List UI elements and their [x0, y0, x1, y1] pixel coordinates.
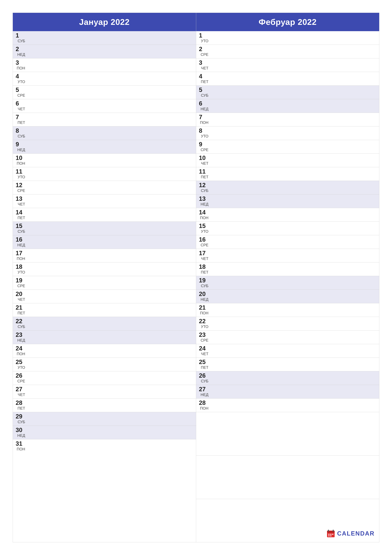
day-number: 5	[16, 87, 25, 93]
day-name: УТО	[201, 229, 208, 234]
day-cell: 1УТО	[199, 32, 208, 43]
day-name: ПОН	[17, 161, 25, 166]
day-number: 23	[199, 332, 208, 338]
day-row: 17ПОН	[13, 249, 196, 263]
day-row: 11УТО	[13, 167, 196, 181]
month-col-january: Јануар 20221СУБ2НЕД3ПОН4УТО5СРЕ6ЧЕТ7ПЕТ8…	[13, 13, 196, 542]
svg-rect-7	[332, 534, 333, 535]
day-cell: 26СРЕ	[16, 372, 25, 383]
day-row: 1УТО	[196, 31, 379, 45]
day-row: 5СУБ	[196, 86, 379, 99]
svg-rect-5	[328, 534, 329, 535]
day-cell: 13НЕД	[199, 196, 208, 206]
day-row: 28ПЕТ	[13, 399, 196, 412]
day-name: СРЕ	[17, 379, 25, 383]
day-name: УТО	[201, 134, 208, 139]
day-row: 11ПЕТ	[196, 167, 379, 181]
day-number: 26	[199, 372, 208, 379]
day-cell: 9НЕД	[16, 141, 25, 152]
day-cell: 7ПОН	[199, 114, 208, 125]
day-cell: 11ПЕТ	[199, 168, 208, 179]
day-number: 5	[199, 87, 208, 93]
day-number: 28	[199, 400, 208, 406]
day-name: ПОН	[17, 447, 25, 451]
day-name: УТО	[201, 39, 208, 43]
day-cell: 8СУБ	[16, 128, 25, 139]
day-row: 29СУБ	[13, 412, 196, 426]
day-number: 10	[199, 155, 208, 161]
day-name: ПОН	[200, 311, 208, 315]
day-row: 31ПОН	[13, 439, 196, 453]
day-name: СРЕ	[17, 284, 25, 288]
day-row: 27ЧЕТ	[13, 385, 196, 399]
day-number: 24	[199, 345, 208, 351]
day-name: СРЕ	[17, 189, 25, 193]
day-cell: 15СУБ	[16, 223, 25, 234]
day-name: СУБ	[18, 229, 25, 234]
day-name: ПЕТ	[18, 406, 25, 410]
day-name: НЕД	[200, 297, 208, 302]
day-row-empty	[196, 455, 379, 499]
day-cell: 22СУБ	[16, 318, 25, 329]
day-cell: 31ПОН	[16, 441, 25, 451]
day-number: 13	[16, 196, 25, 202]
day-row: 25ПЕТ	[196, 358, 379, 371]
day-row: 9НЕД	[13, 140, 196, 154]
day-cell: 26СУБ	[199, 372, 208, 383]
day-number: 29	[16, 413, 25, 419]
month-header-february: Фебруар 2022	[196, 13, 379, 31]
day-row: 17ЧЕТ	[196, 249, 379, 263]
day-cell: 13ЧЕТ	[16, 196, 25, 206]
day-cell: 10ЧЕТ	[199, 155, 208, 166]
day-number: 14	[16, 209, 25, 215]
day-name: ЧЕТ	[18, 202, 25, 206]
day-row: 23НЕД	[13, 330, 196, 344]
day-cell: 29СУБ	[16, 413, 25, 424]
day-number: 22	[199, 318, 208, 324]
logo-text: CALENDAR	[337, 530, 375, 537]
day-number: 12	[16, 182, 25, 188]
day-name: СРЕ	[200, 338, 208, 343]
day-row: 4ПЕТ	[196, 72, 379, 86]
day-row: 21ПЕТ	[13, 303, 196, 317]
day-row: 20НЕД	[196, 290, 379, 303]
day-cell: 1СУБ	[16, 32, 25, 43]
day-cell: 28ПЕТ	[16, 400, 25, 410]
day-cell: 6ЧЕТ	[16, 101, 25, 111]
day-row: 12СРЕ	[13, 181, 196, 194]
day-name: СУБ	[18, 324, 25, 329]
day-row: 13ЧЕТ	[13, 194, 196, 208]
day-cell: 21ПЕТ	[16, 305, 25, 315]
day-number: 3	[199, 60, 208, 66]
day-name: ПЕТ	[18, 120, 25, 125]
day-cell: 10ПОН	[16, 155, 25, 166]
day-name: НЕД	[17, 148, 25, 152]
day-cell: 5СУБ	[199, 87, 208, 98]
day-name: УТО	[18, 80, 25, 84]
day-cell: 25УТО	[16, 359, 25, 370]
day-number: 7	[199, 114, 208, 120]
day-cell: 8УТО	[199, 128, 208, 139]
svg-rect-2	[327, 532, 335, 533]
day-name: НЕД	[17, 338, 25, 343]
day-row: 9СРЕ	[196, 140, 379, 154]
day-number: 3	[16, 60, 25, 66]
day-cell: 5СРЕ	[16, 87, 25, 98]
day-name: СРЕ	[200, 243, 208, 247]
day-number: 25	[199, 359, 208, 365]
day-cell: 3ЧЕТ	[199, 60, 208, 70]
day-cell: 25ПЕТ	[199, 359, 208, 370]
day-name: НЕД	[200, 202, 208, 206]
day-number: 19	[199, 277, 208, 283]
day-row: 6ЧЕТ	[13, 99, 196, 113]
day-name: НЕД	[17, 433, 25, 438]
day-row: 7ПОН	[196, 113, 379, 126]
day-number: 23	[16, 332, 25, 338]
day-number: 6	[199, 101, 208, 106]
day-cell: 24ЧЕТ	[199, 345, 208, 356]
day-number: 4	[16, 73, 25, 79]
day-cell: 11УТО	[16, 168, 25, 179]
day-number: 28	[16, 400, 25, 406]
day-row: 12СУБ	[196, 181, 379, 194]
day-cell: 24ПОН	[16, 345, 25, 356]
